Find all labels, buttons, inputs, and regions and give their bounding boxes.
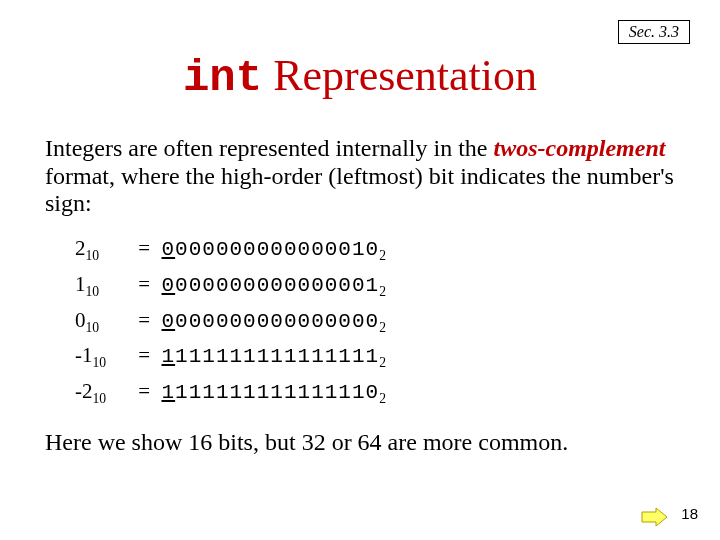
binary-value: 11111111111111112 [162, 343, 386, 371]
title-rest: Representation [262, 51, 537, 100]
note-paragraph: Here we show 16 bits, but 32 or 64 are m… [45, 429, 675, 457]
equals: = [132, 272, 156, 296]
equals: = [132, 236, 156, 260]
page-number: 18 [681, 505, 698, 522]
slide-title: int Representation [0, 50, 720, 103]
binary-value: 00000000000000012 [162, 272, 386, 300]
table-row: -210 = 11111111111111102 [75, 379, 675, 407]
decimal-value: -110 [75, 343, 127, 371]
title-code: int [183, 53, 262, 103]
slide-body: Integers are often represented internall… [45, 135, 675, 457]
table-row: -110 = 11111111111111112 [75, 343, 675, 371]
binary-value: 11111111111111102 [162, 379, 386, 407]
binary-table: 210 = 00000000000000102 110 = 0000000000… [75, 236, 675, 407]
table-row: 010 = 00000000000000002 [75, 308, 675, 336]
section-label: Sec. 3.3 [629, 23, 679, 40]
intro-paragraph: Integers are often represented internall… [45, 135, 675, 218]
intro-text-b: format, where the high-order (leftmost) … [45, 163, 674, 217]
binary-value: 00000000000000002 [162, 308, 386, 336]
decimal-value: -210 [75, 379, 127, 407]
equals: = [132, 379, 156, 403]
slide: Sec. 3.3 int Representation Integers are… [0, 0, 720, 540]
section-box: Sec. 3.3 [618, 20, 690, 44]
equals: = [132, 308, 156, 332]
equals: = [132, 343, 156, 367]
binary-value: 00000000000000102 [162, 236, 386, 264]
svg-marker-0 [642, 508, 667, 526]
intro-text-a: Integers are often represented internall… [45, 135, 493, 161]
decimal-value: 210 [75, 236, 127, 264]
table-row: 210 = 00000000000000102 [75, 236, 675, 264]
decimal-value: 010 [75, 308, 127, 336]
decimal-value: 110 [75, 272, 127, 300]
next-arrow-icon [640, 508, 668, 526]
intro-emphasis: twos-complement [493, 135, 665, 161]
table-row: 110 = 00000000000000012 [75, 272, 675, 300]
